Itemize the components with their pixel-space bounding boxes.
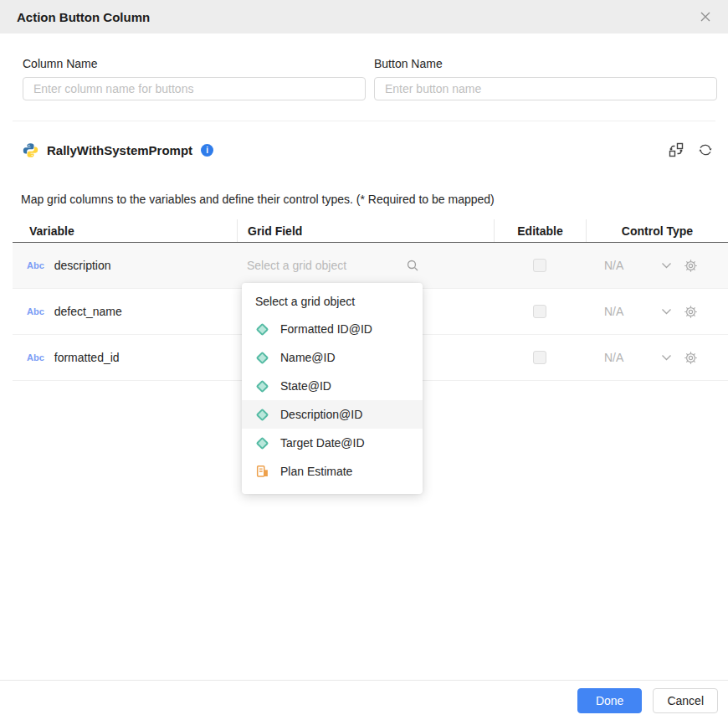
chevron-down-icon[interactable] (661, 354, 672, 361)
column-name-input[interactable] (23, 77, 366, 100)
name-form: Column Name Button Name (23, 57, 717, 100)
control-type-value: N/A (604, 305, 624, 318)
diamond-field-icon (256, 351, 269, 364)
control-type-value: N/A (604, 351, 624, 364)
string-type-icon: Abc (27, 260, 44, 270)
done-button[interactable]: Done (577, 688, 642, 713)
info-icon[interactable]: i (201, 144, 213, 157)
chevron-down-icon[interactable] (661, 308, 672, 315)
option-label: Description@ID (280, 408, 362, 421)
button-name-field-group: Button Name (374, 57, 717, 100)
column-name-label: Column Name (23, 57, 366, 70)
section-divider (13, 121, 715, 121)
variable-name: formatted_id (54, 351, 120, 364)
search-icon (407, 260, 418, 271)
gear-icon[interactable] (684, 305, 698, 319)
column-name-field-group: Column Name (23, 57, 366, 100)
diamond-field-icon (256, 436, 269, 450)
dropdown-option[interactable]: Plan Estimate (242, 457, 423, 486)
string-type-icon: Abc (27, 306, 44, 316)
gear-icon[interactable] (684, 259, 698, 273)
option-label: Plan Estimate (280, 465, 352, 478)
close-icon[interactable] (700, 11, 711, 23)
table-row: Abc description Select a grid object N/A (13, 243, 728, 289)
option-label: State@ID (280, 379, 331, 393)
button-name-input[interactable] (374, 77, 717, 100)
editable-checkbox[interactable] (533, 259, 546, 272)
script-row: RallyWithSystemPrompt i (23, 139, 713, 161)
cancel-button[interactable]: Cancel (653, 688, 718, 713)
dropdown-option[interactable]: Description@ID (242, 400, 423, 429)
column-header-control-type: Control Type (586, 219, 728, 242)
button-name-label: Button Name (374, 57, 717, 70)
dialog-title: Action Button Column (17, 10, 150, 24)
dialog-footer: Done Cancel (0, 680, 728, 720)
control-type-value: N/A (604, 259, 624, 272)
table-header-row: Variable Grid Field Editable Control Typ… (13, 219, 728, 243)
variable-name: description (54, 259, 111, 272)
string-type-icon: Abc (27, 352, 44, 363)
grid-field-placeholder: Select a grid object (247, 259, 346, 272)
option-label: Formatted ID@ID (280, 322, 372, 336)
diamond-field-icon (256, 322, 269, 336)
dropdown-header: Select a grid object (242, 288, 423, 315)
dropdown-option[interactable]: State@ID (242, 372, 423, 400)
dropdown-option[interactable]: Formatted ID@ID (242, 315, 423, 343)
option-label: Target Date@ID (280, 436, 365, 450)
script-name: RallyWithSystemPrompt (47, 143, 192, 157)
python-icon (23, 142, 38, 158)
option-label: Name@ID (280, 351, 336, 364)
editable-checkbox[interactable] (533, 305, 546, 318)
diamond-field-icon (256, 379, 269, 393)
mapping-instruction: Map grid columns to the variables and de… (21, 193, 495, 206)
gear-icon[interactable] (684, 351, 698, 365)
dialog-header: Action Button Column (0, 0, 728, 33)
swap-icon[interactable] (669, 142, 684, 157)
estimate-field-icon (256, 465, 269, 478)
chevron-down-icon[interactable] (661, 262, 672, 269)
column-header-editable: Editable (494, 219, 586, 242)
editable-checkbox[interactable] (533, 351, 546, 364)
refresh-icon[interactable] (698, 142, 713, 157)
dropdown-option[interactable]: Target Date@ID (242, 429, 423, 457)
column-header-variable: Variable (13, 219, 237, 242)
column-header-grid-field: Grid Field (237, 219, 494, 242)
variable-name: defect_name (54, 305, 122, 318)
diamond-field-icon (256, 408, 269, 421)
dropdown-option[interactable]: Name@ID (242, 343, 423, 372)
grid-object-dropdown: Select a grid object Formatted ID@ID Nam… (242, 283, 423, 494)
grid-field-select[interactable]: Select a grid object (247, 259, 418, 272)
